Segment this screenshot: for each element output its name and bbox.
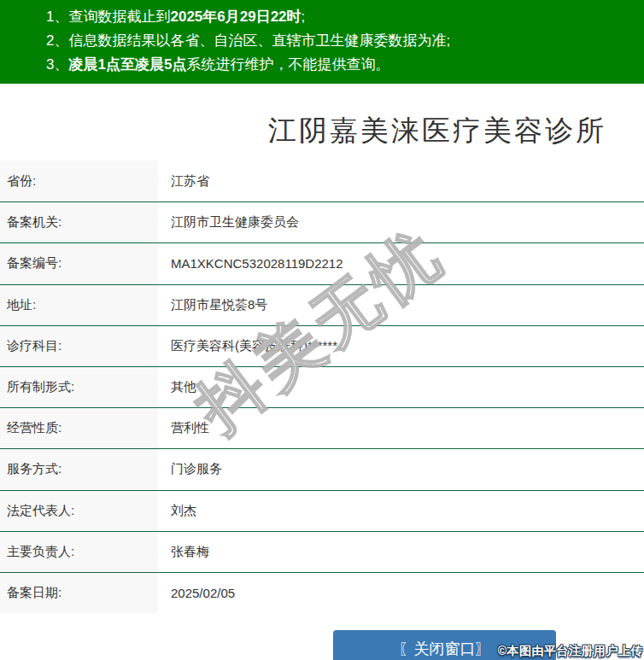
row-value: 刘杰 — [158, 491, 644, 531]
notice-text-bold: 凌晨1点至凌晨5点 — [68, 56, 186, 73]
table-row-filing-authority: 备案机关: 江阴市卫生健康委员会 — [0, 202, 644, 242]
notice-text: 信息数据结果以各省、自治区、直辖市卫生健康委数据为准; — [68, 32, 450, 49]
row-value: MA1XKCNC532028119D2212 — [158, 243, 644, 283]
table-row-service-mode: 服务方式: 门诊服务 — [0, 448, 644, 489]
row-label: 备案编号: — [0, 243, 158, 283]
row-label: 省份: — [0, 161, 158, 202]
notice-number: 1、 — [46, 9, 68, 25]
notice-number: 3、 — [46, 56, 68, 73]
row-label: 所有制形式: — [0, 367, 158, 407]
row-value: 其他 — [158, 367, 644, 407]
row-label: 经营性质: — [0, 408, 158, 448]
row-label: 地址: — [0, 285, 158, 325]
row-label: 主要负责人: — [0, 532, 158, 572]
table-row-province: 省份: 江苏省 — [0, 161, 644, 202]
row-value: 营利性 — [158, 408, 644, 448]
image-attribution: ©本图由平台注册用户上传 — [498, 644, 643, 659]
table-row-filing-number: 备案编号: MA1XKCNC532028119D2212 — [0, 242, 644, 283]
row-value: 江阴市卫生健康委员会 — [158, 202, 644, 242]
table-row-ownership-form: 所有制形式: 其他 — [0, 366, 644, 407]
table-row-filing-date: 备案日期: 2025/02/05 — [0, 572, 644, 613]
row-value: 医疗美容科(美容皮肤科)****** — [158, 326, 644, 366]
table-row-legal-representative: 法定代表人: 刘杰 — [0, 490, 644, 531]
row-value: 江阴市星悦荟8号 — [158, 285, 644, 325]
notice-item-1: 1、查询数据截止到2025年6月29日22时; — [0, 5, 644, 29]
row-value: 江苏省 — [158, 161, 644, 202]
table-row-address: 地址: 江阴市星悦荟8号 — [0, 284, 644, 325]
row-label: 服务方式: — [0, 449, 158, 489]
row-value: 张春梅 — [158, 532, 644, 572]
notice-text-bold: 2025年6月29日22时 — [170, 9, 301, 25]
row-value: 2025/02/05 — [158, 573, 644, 613]
row-label: 法定代表人: — [0, 491, 158, 531]
notice-number: 2、 — [46, 32, 68, 49]
table-row-treatment-subjects: 诊疗科目: 医疗美容科(美容皮肤科)****** — [0, 325, 644, 366]
notice-item-3: 3、凌晨1点至凌晨5点系统进行维护，不能提供查询。 — [0, 53, 644, 77]
notice-text: 系统进行维护，不能提供查询。 — [186, 56, 389, 73]
notice-text: 查询数据截止到 — [68, 9, 170, 25]
table-row-main-responsible-person: 主要负责人: 张春梅 — [0, 531, 644, 572]
row-label: 备案日期: — [0, 573, 158, 613]
table-row-business-nature: 经营性质: 营利性 — [0, 407, 644, 448]
page-title: 江阴嘉美涞医疗美容诊所 — [268, 112, 606, 150]
notice-text: ; — [302, 9, 306, 25]
registration-table: 省份: 江苏省 备案机关: 江阴市卫生健康委员会 备案编号: MA1XKCNC5… — [0, 161, 644, 613]
row-label: 备案机关: — [0, 202, 158, 242]
row-label: 诊疗科目: — [0, 326, 158, 366]
row-value: 门诊服务 — [158, 449, 644, 489]
notice-banner: 1、查询数据截止到2025年6月29日22时; 2、信息数据结果以各省、自治区、… — [0, 0, 644, 84]
notice-item-2: 2、信息数据结果以各省、自治区、直辖市卫生健康委数据为准; — [0, 29, 644, 53]
